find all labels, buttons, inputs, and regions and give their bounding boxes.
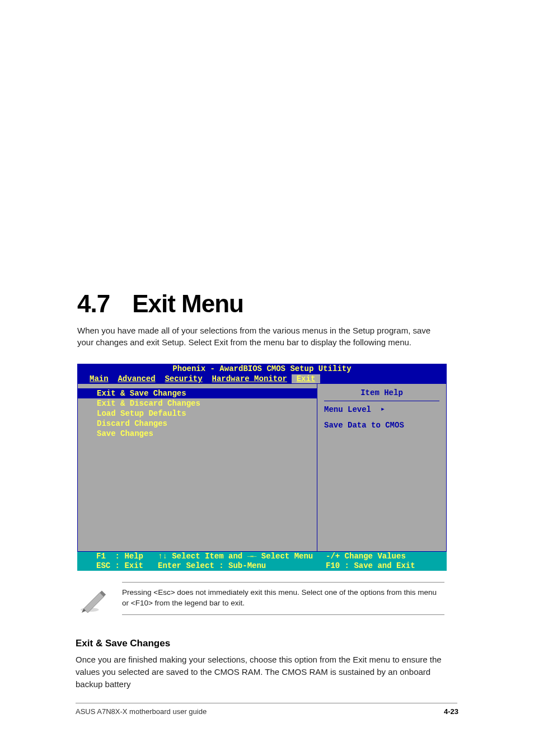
bios-body: Exit & Save Changes Exit & Discard Chang… [77, 384, 447, 552]
bios-window: Phoenix - AwardBIOS CMOS Setup Utility M… [77, 364, 447, 571]
menu-item-load-defaults[interactable]: Load Setup Defaults [78, 408, 317, 419]
bios-help-panel: Item Help Menu Level ▸ Save Data to CMOS [317, 384, 446, 551]
bios-items: Exit & Save Changes Exit & Discard Chang… [78, 384, 317, 551]
menu-item-discard-changes[interactable]: Discard Changes [78, 419, 317, 429]
page-footer-left: ASUS A7N8X-X motherboard user guide [76, 707, 207, 716]
tab-advanced[interactable]: Advanced [118, 374, 155, 383]
note-rule-top [122, 582, 444, 583]
submenu-arrow-icon: ▸ [381, 404, 385, 414]
tab-exit[interactable]: Exit [292, 374, 320, 383]
bios-footer: F1 : Help↑↓ Select Item and →← Select Me… [77, 552, 447, 571]
menu-item-save-changes[interactable]: Save Changes [78, 429, 317, 439]
section-title: Exit Menu [132, 290, 243, 317]
menu-level: Menu Level ▸ [324, 405, 439, 414]
menu-item-exit-save[interactable]: Exit & Save Changes [78, 388, 317, 398]
page-footer-right: 4-23 [444, 707, 458, 716]
note-text: Pressing <Esc> does not immediately exit… [122, 588, 444, 609]
section-heading: 4.7Exit Menu [77, 290, 243, 318]
note-rule-bottom [122, 614, 444, 615]
tab-security[interactable]: Security [165, 374, 202, 383]
page-footer-rule [76, 703, 457, 703]
help-description: Save Data to CMOS [324, 421, 439, 430]
subsection-body: Once you are finished making your select… [76, 654, 445, 690]
bios-menubar: Main Advanced Security Hardware Monitor … [77, 374, 447, 384]
intro-paragraph: When you have made all of your selection… [77, 325, 447, 348]
help-header: Item Help [324, 388, 439, 397]
tab-hardware-monitor[interactable]: Hardware Monitor [212, 374, 287, 383]
footer-f1: F1 : Help [96, 552, 158, 561]
footer-f10: F10 : Save and Exit [326, 561, 415, 571]
subsection-title: Exit & Save Changes [76, 638, 170, 649]
tab-main[interactable]: Main [90, 374, 109, 383]
menu-item-exit-discard[interactable]: Exit & Discard Changes [78, 398, 317, 408]
note-pen-icon [78, 588, 109, 613]
footer-esc: ESC : Exit [96, 561, 158, 571]
footer-change-values: -/+ Change Values [326, 552, 406, 561]
section-number: 4.7 [77, 290, 110, 318]
footer-select-item: ↑↓ Select Item and →← Select Menu [158, 552, 326, 561]
footer-enter: Enter Select : Sub-Menu [158, 561, 326, 571]
help-divider [324, 401, 439, 401]
bios-title: Phoenix - AwardBIOS CMOS Setup Utility [77, 364, 447, 374]
